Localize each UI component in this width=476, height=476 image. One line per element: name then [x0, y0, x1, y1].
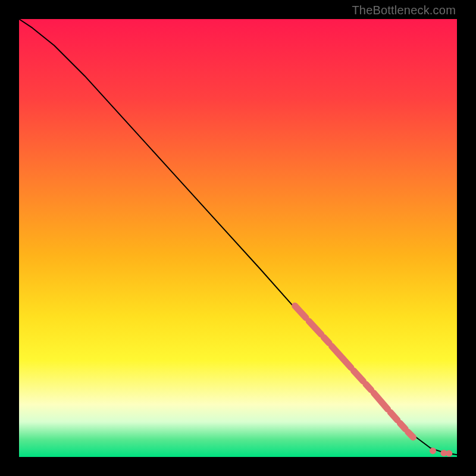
marker-dots: [430, 447, 452, 456]
marker-segment: [324, 337, 329, 343]
chart-frame: TheBottleneck.com: [0, 0, 476, 476]
plot-area: [19, 19, 457, 457]
marker-segment: [374, 393, 388, 409]
marker-segments: [295, 306, 414, 437]
marker-segment: [400, 423, 405, 429]
marker-segment: [309, 321, 321, 334]
watermark-text: TheBottleneck.com: [352, 4, 456, 17]
marker-segment: [332, 346, 351, 368]
curve-layer: [19, 19, 457, 457]
marker-segment: [295, 306, 306, 318]
main-curve: [19, 19, 457, 455]
marker-segment: [366, 384, 371, 390]
marker-segment: [408, 432, 414, 437]
marker-dot: [430, 447, 436, 454]
marker-segment: [353, 371, 363, 381]
marker-segment: [390, 412, 397, 420]
marker-dot: [446, 450, 452, 457]
